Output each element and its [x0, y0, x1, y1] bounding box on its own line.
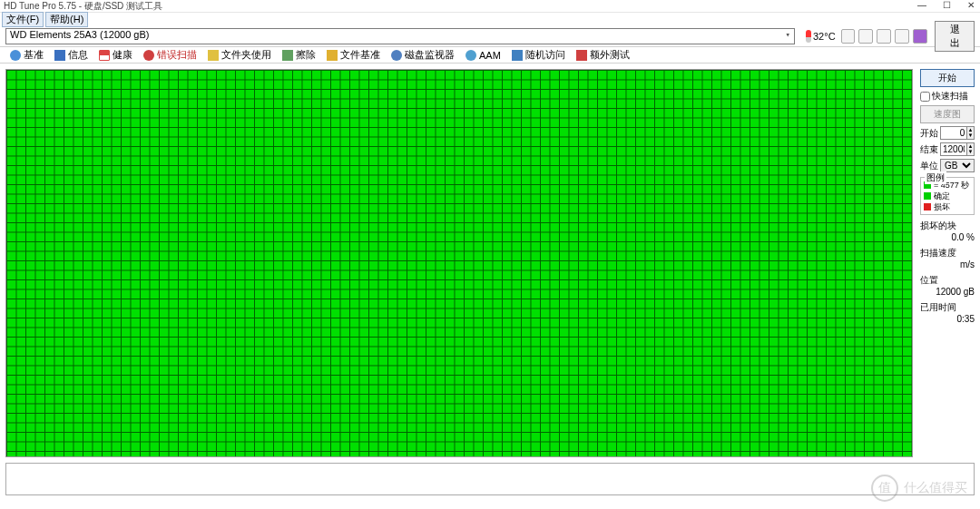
unit-select[interactable]: GB — [940, 159, 975, 172]
legend-title: 图例 — [925, 171, 946, 184]
watermark-icon: 值 — [871, 475, 898, 502]
legend-box: 图例 = 4577 秒 确定 损坏 — [920, 177, 975, 215]
camera-icon[interactable] — [877, 29, 891, 44]
end-input[interactable] — [940, 142, 967, 156]
benchmark-icon — [10, 50, 21, 61]
screenshot-icon[interactable] — [858, 29, 873, 44]
start-spinner[interactable]: ▲▼ — [967, 126, 975, 140]
tab-info[interactable]: 信息 — [50, 47, 93, 63]
tab-bar: 基准 信息 健康 错误扫描 文件夹使用 擦除 文件基准 磁盘监视器 AAM 随机… — [0, 47, 980, 64]
save-icon[interactable] — [895, 29, 909, 44]
side-panel: 开始 快速扫描 速度图 开始 ▲▼ 结束 ▲▼ 单位 GB 图例 = 4577 … — [920, 69, 975, 457]
stat-elapsed-value: 0:35 — [920, 314, 975, 324]
temperature-value: 32°C — [813, 31, 836, 42]
erase-icon — [282, 50, 293, 61]
end-label: 结束 — [920, 143, 938, 156]
legend-ok-text: 确定 — [934, 191, 950, 201]
scan-block-grid — [6, 70, 912, 456]
start-label: 开始 — [920, 127, 938, 140]
start-input[interactable] — [940, 126, 967, 140]
top-toolbar: WD Elements 25A3 (12000 gB) 32°C 退出 — [0, 25, 980, 47]
extra-icon — [576, 50, 587, 61]
watermark-text: 什么值得买 — [904, 480, 967, 496]
menu-bar: 文件(F) 帮助(H) — [0, 13, 980, 25]
tab-random-access[interactable]: 随机访问 — [507, 47, 570, 63]
stat-speed-value: m/s — [920, 259, 975, 269]
tab-folder-usage[interactable]: 文件夹使用 — [203, 47, 276, 63]
random-icon — [512, 50, 523, 61]
window-controls: — ☐ ✕ — [917, 0, 980, 10]
end-spinner[interactable]: ▲▼ — [967, 142, 975, 156]
maximize-icon[interactable]: ☐ — [943, 0, 951, 10]
menu-file[interactable]: 文件(F) — [2, 12, 44, 27]
legend-bad-text: 损坏 — [934, 201, 950, 212]
window-title: HD Tune Pro 5.75 - 硬盘/SSD 测试工具 — [4, 0, 162, 13]
tab-aam[interactable]: AAM — [461, 49, 505, 62]
folder-icon — [208, 50, 219, 61]
copy-icon[interactable] — [841, 29, 856, 44]
stat-position-value: 12000 gB — [920, 287, 975, 297]
aam-icon — [466, 50, 476, 61]
minimize-icon[interactable]: — — [917, 0, 926, 10]
drive-select[interactable]: WD Elements 25A3 (12000 gB) — [5, 28, 795, 44]
file-benchmark-icon — [327, 50, 338, 61]
options-icon[interactable] — [913, 29, 927, 44]
stat-damaged-label: 损坏的块 — [920, 220, 975, 232]
health-icon — [99, 50, 110, 61]
start-button[interactable]: 开始 — [920, 69, 975, 87]
error-scan-icon — [143, 50, 154, 61]
info-icon — [54, 50, 65, 61]
monitor-icon — [391, 50, 402, 61]
tab-file-benchmark[interactable]: 文件基准 — [322, 47, 385, 63]
legend-ok-swatch — [924, 192, 931, 200]
stat-speed-label: 扫描速度 — [920, 247, 975, 259]
stat-damaged-value: 0.0 % — [920, 232, 975, 242]
legend-bad-swatch — [924, 203, 931, 210]
watermark: 值 什么值得买 — [871, 475, 967, 502]
quick-scan-checkbox[interactable]: 快速扫描 — [920, 90, 975, 103]
scan-grid-container — [5, 69, 913, 457]
tab-benchmark[interactable]: 基准 — [5, 47, 48, 63]
stat-position-label: 位置 — [920, 274, 975, 287]
temperature-readout: 32°C — [806, 30, 836, 43]
exit-button[interactable]: 退出 — [935, 21, 975, 52]
menu-help[interactable]: 帮助(H) — [45, 12, 88, 27]
tab-erase[interactable]: 擦除 — [278, 47, 320, 63]
log-textarea[interactable] — [5, 463, 975, 495]
tab-error-scan[interactable]: 错误扫描 — [139, 47, 201, 63]
stat-elapsed-label: 已用时间 — [920, 301, 975, 314]
tab-extra-tests[interactable]: 额外测试 — [572, 47, 634, 63]
tab-disk-monitor[interactable]: 磁盘监视器 — [387, 47, 459, 63]
unit-label: 单位 — [920, 160, 938, 172]
thermometer-icon — [806, 30, 811, 43]
close-icon[interactable]: ✕ — [967, 0, 975, 10]
speed-map-button[interactable]: 速度图 — [920, 105, 975, 123]
tab-health[interactable]: 健康 — [94, 47, 137, 63]
